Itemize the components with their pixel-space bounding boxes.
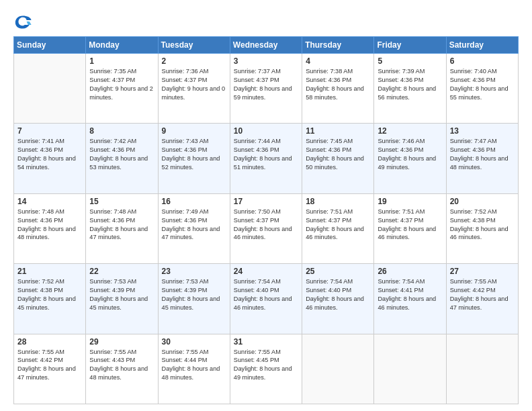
day-number: 15: [89, 197, 154, 206]
day-number: 25: [306, 267, 370, 276]
day-number: 19: [378, 197, 442, 206]
cell-details: Sunrise: 7:52 AMSunset: 4:38 PMDaylight:…: [450, 208, 515, 242]
day-number: 4: [306, 56, 370, 66]
day-number: 24: [234, 267, 298, 276]
calendar-week-row: 1Sunrise: 7:35 AMSunset: 4:37 PMDaylight…: [14, 54, 519, 124]
day-number: 18: [306, 197, 370, 206]
calendar-cell: 17Sunrise: 7:50 AMSunset: 4:37 PMDayligh…: [230, 193, 302, 263]
day-number: 27: [450, 267, 515, 276]
calendar-week-row: 28Sunrise: 7:55 AMSunset: 4:42 PMDayligh…: [14, 334, 519, 404]
calendar-cell: 31Sunrise: 7:55 AMSunset: 4:45 PMDayligh…: [230, 334, 302, 404]
day-number: 30: [162, 337, 226, 347]
weekday-header: Sunday: [14, 37, 86, 54]
calendar-cell: 3Sunrise: 7:37 AMSunset: 4:37 PMDaylight…: [230, 54, 302, 124]
weekday-header: Wednesday: [230, 37, 302, 54]
calendar-cell: 15Sunrise: 7:48 AMSunset: 4:36 PMDayligh…: [86, 193, 158, 263]
cell-details: Sunrise: 7:40 AMSunset: 4:36 PMDaylight:…: [450, 67, 515, 102]
cell-details: Sunrise: 7:55 AMSunset: 4:43 PMDaylight:…: [89, 348, 154, 383]
day-number: 10: [234, 126, 298, 136]
cell-details: Sunrise: 7:49 AMSunset: 4:36 PMDaylight:…: [162, 208, 226, 242]
day-number: 3: [234, 56, 298, 66]
cell-details: Sunrise: 7:44 AMSunset: 4:36 PMDaylight:…: [234, 137, 298, 172]
cell-details: Sunrise: 7:55 AMSunset: 4:42 PMDaylight:…: [17, 348, 82, 383]
calendar-cell: 20Sunrise: 7:52 AMSunset: 4:38 PMDayligh…: [446, 193, 518, 263]
cell-details: Sunrise: 7:55 AMSunset: 4:44 PMDaylight:…: [162, 348, 226, 383]
cell-details: Sunrise: 7:37 AMSunset: 4:37 PMDaylight:…: [234, 67, 298, 102]
calendar-cell: 25Sunrise: 7:54 AMSunset: 4:40 PMDayligh…: [302, 264, 374, 334]
calendar-cell: [302, 334, 374, 404]
cell-details: Sunrise: 7:39 AMSunset: 4:36 PMDaylight:…: [378, 67, 442, 102]
calendar-cell: 4Sunrise: 7:38 AMSunset: 4:36 PMDaylight…: [302, 54, 374, 124]
calendar-cell: 5Sunrise: 7:39 AMSunset: 4:36 PMDaylight…: [374, 54, 446, 124]
calendar-cell: [14, 54, 86, 124]
calendar-cell: 11Sunrise: 7:45 AMSunset: 4:36 PMDayligh…: [302, 124, 374, 193]
cell-details: Sunrise: 7:43 AMSunset: 4:36 PMDaylight:…: [162, 137, 226, 172]
calendar-cell: 26Sunrise: 7:54 AMSunset: 4:41 PMDayligh…: [374, 264, 446, 334]
calendar-cell: [374, 334, 446, 404]
calendar-cell: 13Sunrise: 7:47 AMSunset: 4:36 PMDayligh…: [446, 124, 518, 193]
cell-details: Sunrise: 7:38 AMSunset: 4:36 PMDaylight:…: [306, 67, 370, 102]
day-number: 22: [89, 267, 154, 276]
day-number: 11: [306, 126, 370, 136]
calendar-cell: 29Sunrise: 7:55 AMSunset: 4:43 PMDayligh…: [86, 334, 158, 404]
day-number: 16: [162, 197, 226, 206]
calendar-week-row: 21Sunrise: 7:52 AMSunset: 4:38 PMDayligh…: [14, 264, 519, 334]
day-number: 14: [17, 197, 82, 206]
cell-details: Sunrise: 7:54 AMSunset: 4:41 PMDaylight:…: [378, 277, 442, 312]
day-number: 6: [450, 56, 515, 66]
day-number: 2: [162, 56, 226, 66]
logo: [13, 12, 34, 31]
calendar-cell: 19Sunrise: 7:51 AMSunset: 4:37 PMDayligh…: [374, 193, 446, 263]
calendar-cell: 10Sunrise: 7:44 AMSunset: 4:36 PMDayligh…: [230, 124, 302, 193]
calendar-cell: 27Sunrise: 7:55 AMSunset: 4:42 PMDayligh…: [446, 264, 518, 334]
day-number: 5: [378, 56, 442, 66]
calendar-cell: 12Sunrise: 7:46 AMSunset: 4:36 PMDayligh…: [374, 124, 446, 193]
calendar-cell: [446, 334, 518, 404]
calendar-cell: 30Sunrise: 7:55 AMSunset: 4:44 PMDayligh…: [158, 334, 230, 404]
calendar-cell: 18Sunrise: 7:51 AMSunset: 4:37 PMDayligh…: [302, 193, 374, 263]
calendar-cell: 9Sunrise: 7:43 AMSunset: 4:36 PMDaylight…: [158, 124, 230, 193]
day-number: 31: [234, 337, 298, 347]
calendar-cell: 14Sunrise: 7:48 AMSunset: 4:36 PMDayligh…: [14, 193, 86, 263]
calendar-cell: 7Sunrise: 7:41 AMSunset: 4:36 PMDaylight…: [14, 124, 86, 193]
day-number: 9: [162, 126, 226, 136]
day-number: 8: [89, 126, 154, 136]
day-number: 29: [89, 337, 154, 347]
day-number: 23: [162, 267, 226, 276]
cell-details: Sunrise: 7:51 AMSunset: 4:37 PMDaylight:…: [378, 208, 442, 242]
cell-details: Sunrise: 7:41 AMSunset: 4:36 PMDaylight:…: [17, 137, 82, 172]
cell-details: Sunrise: 7:47 AMSunset: 4:36 PMDaylight:…: [450, 137, 515, 172]
calendar-cell: 23Sunrise: 7:53 AMSunset: 4:39 PMDayligh…: [158, 264, 230, 334]
logo-icon: [13, 12, 32, 31]
calendar-cell: 1Sunrise: 7:35 AMSunset: 4:37 PMDaylight…: [86, 54, 158, 124]
day-number: 7: [17, 126, 82, 136]
calendar-week-row: 7Sunrise: 7:41 AMSunset: 4:36 PMDaylight…: [14, 124, 519, 193]
day-number: 12: [378, 126, 442, 136]
calendar-cell: 6Sunrise: 7:40 AMSunset: 4:36 PMDaylight…: [446, 54, 518, 124]
cell-details: Sunrise: 7:45 AMSunset: 4:36 PMDaylight:…: [306, 137, 370, 172]
cell-details: Sunrise: 7:50 AMSunset: 4:37 PMDaylight:…: [234, 208, 298, 242]
cell-details: Sunrise: 7:52 AMSunset: 4:38 PMDaylight:…: [17, 277, 82, 312]
header: [13, 12, 519, 31]
day-number: 1: [89, 56, 154, 66]
calendar-cell: 2Sunrise: 7:36 AMSunset: 4:37 PMDaylight…: [158, 54, 230, 124]
calendar-cell: 8Sunrise: 7:42 AMSunset: 4:36 PMDaylight…: [86, 124, 158, 193]
day-number: 21: [17, 267, 82, 276]
day-number: 20: [450, 197, 515, 206]
weekday-header: Saturday: [446, 37, 518, 54]
calendar-week-row: 14Sunrise: 7:48 AMSunset: 4:36 PMDayligh…: [14, 193, 519, 263]
calendar-cell: 24Sunrise: 7:54 AMSunset: 4:40 PMDayligh…: [230, 264, 302, 334]
weekday-header: Friday: [374, 37, 446, 54]
cell-details: Sunrise: 7:53 AMSunset: 4:39 PMDaylight:…: [89, 277, 154, 312]
cell-details: Sunrise: 7:42 AMSunset: 4:36 PMDaylight:…: [89, 137, 154, 172]
header-row: SundayMondayTuesdayWednesdayThursdayFrid…: [14, 37, 519, 54]
weekday-header: Thursday: [302, 37, 374, 54]
calendar-cell: 28Sunrise: 7:55 AMSunset: 4:42 PMDayligh…: [14, 334, 86, 404]
weekday-header: Monday: [86, 37, 158, 54]
cell-details: Sunrise: 7:53 AMSunset: 4:39 PMDaylight:…: [162, 277, 226, 312]
page: SundayMondayTuesdayWednesdayThursdayFrid…: [0, 0, 532, 411]
calendar-table: SundayMondayTuesdayWednesdayThursdayFrid…: [13, 36, 519, 404]
calendar-cell: 21Sunrise: 7:52 AMSunset: 4:38 PMDayligh…: [14, 264, 86, 334]
cell-details: Sunrise: 7:54 AMSunset: 4:40 PMDaylight:…: [234, 277, 298, 312]
calendar-cell: 16Sunrise: 7:49 AMSunset: 4:36 PMDayligh…: [158, 193, 230, 263]
